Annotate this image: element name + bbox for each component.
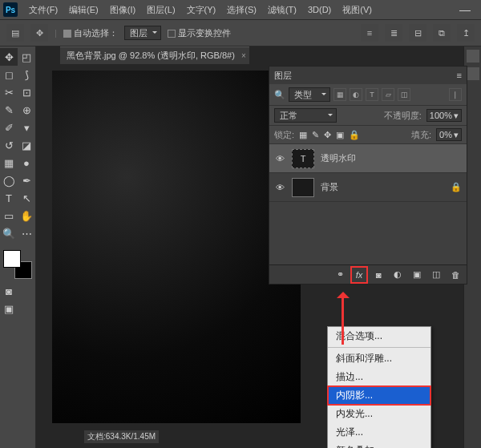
close-tab-icon[interactable]: × — [241, 51, 246, 60]
menu-file[interactable]: 文件(F) — [24, 4, 63, 16]
group-icon[interactable]: ▣ — [410, 268, 423, 281]
distribute-icon[interactable]: ⊟ — [409, 24, 426, 42]
menu-select[interactable]: 选择(S) — [222, 4, 261, 16]
path-tool[interactable]: ↖ — [18, 189, 35, 207]
frame-tool[interactable]: ⊡ — [18, 83, 35, 101]
lock-all-icon[interactable]: 🔒 — [349, 130, 360, 140]
fx-button[interactable]: fx — [353, 268, 366, 281]
history-brush-tool[interactable]: ↺ — [0, 136, 18, 154]
canvas[interactable] — [52, 71, 301, 423]
layer-mask-icon[interactable]: ◙ — [372, 268, 385, 281]
menu-inner-shadow[interactable]: 内阴影... — [328, 386, 430, 405]
document-title: 黑色背景.jpg @ 92.8% (透明水印, RGB/8#) — [67, 50, 235, 62]
menu-3d[interactable]: 3D(D) — [303, 5, 336, 14]
layers-panel-title: 图层 — [274, 70, 292, 82]
layers-panel: 图层 ≡ 🔍 类型 ▦ ◐ T ▱ ◫ ❘ 正常 不透明度: 100%▾ 锁定:… — [269, 66, 467, 285]
filter-kind-dropdown[interactable]: 类型 — [289, 87, 330, 102]
menu-color-overlay[interactable]: 颜色叠加... — [328, 442, 430, 448]
brush-tool[interactable]: ✐ — [0, 119, 18, 136]
foreground-color[interactable] — [3, 250, 21, 268]
auto-select-dropdown[interactable]: 图层 — [124, 26, 161, 40]
filter-smart-icon[interactable]: ◫ — [398, 88, 410, 101]
opacity-label: 不透明度: — [384, 110, 422, 122]
menu-view[interactable]: 视图(V) — [338, 4, 377, 16]
filter-type-icon[interactable]: T — [366, 88, 378, 101]
status-bar: 文档:634.3K/1.45M — [84, 430, 159, 443]
artboard-tool[interactable]: ◰ — [18, 48, 35, 66]
lock-transparency-icon[interactable]: ▦ — [299, 130, 307, 140]
share-icon[interactable]: ↥ — [457, 24, 475, 42]
tool-preset-icon[interactable]: ▤ — [6, 24, 24, 42]
lock-icon: 🔒 — [451, 182, 462, 192]
lasso-tool[interactable]: ⟆ — [18, 66, 35, 83]
edit-toolbar[interactable]: ⋯ — [18, 224, 35, 242]
filter-pixel-icon[interactable]: ▦ — [333, 88, 346, 101]
healing-tool[interactable]: ⊕ — [18, 101, 35, 119]
menu-type[interactable]: 文字(Y) — [182, 4, 221, 16]
link-layers-icon[interactable]: ⚭ — [333, 268, 346, 281]
lock-position-icon[interactable]: ✥ — [324, 130, 331, 140]
visibility-icon[interactable]: 👁 — [274, 154, 285, 163]
marquee-tool[interactable]: ◻ — [0, 66, 18, 83]
align-icon-2[interactable]: ≣ — [385, 24, 402, 42]
layer-item[interactable]: 👁 T 透明水印 — [269, 144, 467, 173]
eyedropper-tool[interactable]: ✎ — [0, 101, 18, 119]
minimize-button[interactable]: — — [449, 3, 481, 16]
stamp-tool[interactable]: ▾ — [18, 119, 35, 136]
panel-menu-icon[interactable]: ≡ — [452, 71, 467, 80]
lock-label: 锁定: — [274, 129, 294, 141]
menu-blend-options[interactable]: 混合选项... — [328, 327, 430, 345]
filter-shape-icon[interactable]: ▱ — [382, 88, 394, 101]
align-icon[interactable]: ≡ — [361, 24, 378, 42]
auto-select-checkbox[interactable] — [63, 30, 71, 38]
show-transform-label: 显示变换控件 — [178, 28, 231, 38]
new-layer-icon[interactable]: ◫ — [430, 268, 443, 281]
delete-layer-icon[interactable]: 🗑 — [449, 268, 462, 281]
show-transform-checkbox[interactable] — [168, 30, 176, 38]
visibility-icon[interactable]: 👁 — [274, 183, 285, 192]
move-tool-icon[interactable]: ✥ — [30, 24, 48, 42]
zoom-tool[interactable]: 🔍 — [0, 224, 18, 242]
blur-tool[interactable]: ● — [18, 154, 35, 172]
adjustment-layer-icon[interactable]: ◐ — [391, 268, 404, 281]
blend-mode-dropdown[interactable]: 正常 — [274, 108, 337, 123]
layer-thumb-text[interactable]: T — [292, 149, 314, 168]
menu-stroke[interactable]: 描边... — [328, 368, 430, 386]
fill-value[interactable]: 0%▾ — [436, 128, 462, 141]
layer-thumb-image[interactable] — [292, 178, 314, 197]
3d-mode-icon[interactable]: ⧉ — [433, 24, 451, 42]
menu-inner-glow[interactable]: 内发光... — [328, 405, 430, 423]
lock-paint-icon[interactable]: ✎ — [312, 130, 319, 140]
opacity-value[interactable]: 100%▾ — [426, 109, 462, 122]
filter-adjust-icon[interactable]: ◐ — [350, 88, 362, 101]
panel-icon-1[interactable] — [467, 50, 479, 63]
pen-tool[interactable]: ✒ — [18, 172, 35, 189]
menu-bevel[interactable]: 斜面和浮雕... — [328, 349, 430, 368]
eraser-tool[interactable]: ◪ — [18, 136, 35, 154]
layer-item[interactable]: 👁 背景 🔒 — [269, 173, 467, 202]
menu-separator — [328, 347, 430, 348]
menu-layer[interactable]: 图层(L) — [142, 4, 180, 16]
type-tool[interactable]: T — [0, 189, 18, 207]
quick-mask-icon[interactable]: ◙ — [0, 282, 18, 300]
lock-artboard-icon[interactable]: ▣ — [336, 130, 344, 140]
layer-style-menu: 混合选项... 斜面和浮雕... 描边... 内阴影... 内发光... 光泽.… — [327, 326, 431, 448]
rectangle-tool[interactable]: ▭ — [0, 207, 18, 224]
crop-tool[interactable]: ✂ — [0, 83, 18, 101]
toolbox: ✥◰ ◻⟆ ✂⊡ ✎⊕ ✐▾ ↺◪ ▦● ◯✒ T↖ ▭✋ 🔍⋯ ◙ ▣ — [0, 46, 36, 448]
menu-image[interactable]: 图像(I) — [105, 4, 140, 16]
menu-edit[interactable]: 编辑(E) — [64, 4, 103, 16]
panel-icon-2[interactable] — [467, 67, 479, 80]
move-tool[interactable]: ✥ — [0, 48, 18, 66]
layers-list: 👁 T 透明水印 👁 背景 🔒 — [269, 144, 467, 264]
filter-toggle[interactable]: ❘ — [449, 88, 462, 101]
color-swatches[interactable] — [3, 250, 32, 279]
screen-mode-icon[interactable]: ▣ — [0, 300, 18, 317]
document-tab[interactable]: 黑色背景.jpg @ 92.8% (透明水印, RGB/8#) × — [60, 46, 249, 64]
hand-tool[interactable]: ✋ — [18, 207, 35, 224]
menu-satin[interactable]: 光泽... — [328, 423, 430, 442]
dodge-tool[interactable]: ◯ — [0, 172, 18, 189]
menu-filter[interactable]: 滤镜(T) — [263, 4, 301, 16]
gradient-tool[interactable]: ▦ — [0, 154, 18, 172]
search-icon[interactable]: 🔍 — [274, 90, 285, 100]
